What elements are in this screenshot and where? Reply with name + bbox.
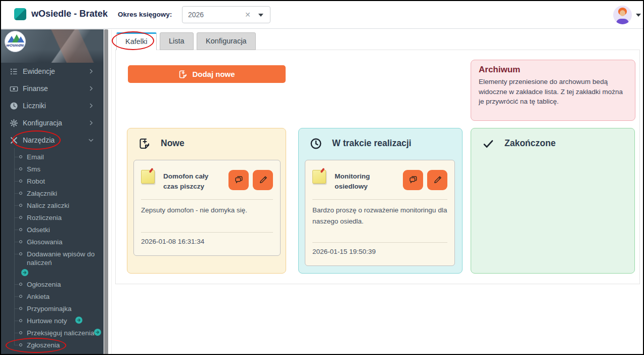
user-avatar[interactable] <box>613 6 632 24</box>
sidebar-item-ewidencje[interactable]: Ewidencje <box>1 63 104 80</box>
kanban-column-zakonczone: Zakończone <box>471 128 635 274</box>
card-title: Domofon cały czas piszczy <box>163 171 223 191</box>
tools-icon <box>10 136 18 145</box>
gear-icon <box>10 119 18 127</box>
edit-button[interactable] <box>427 170 447 190</box>
sidebar-subitem-ankieta[interactable]: Ankieta <box>1 291 104 303</box>
logo-text: wOsiedle <box>5 43 25 48</box>
kanban-column-w-trakcie: W trakcie realizacji Monitoring osiedlow… <box>298 128 463 274</box>
card-date: 2026-01-15 19:50:39 <box>312 248 447 255</box>
card-body: Zepsuty domofon - nie domyka się. <box>141 205 273 227</box>
bullet-icon <box>19 252 22 255</box>
tab-konfiguracja[interactable]: Konfiguracja <box>197 32 256 50</box>
sidebar-subitem-glosowania[interactable]: Głosowania <box>1 236 104 248</box>
sidebar-item-label: Finanse <box>23 84 48 93</box>
card-date: 2026-01-08 16:31:34 <box>141 238 273 245</box>
sidebar-item-liczniki[interactable]: Liczniki <box>1 98 104 115</box>
bullet-icon <box>19 216 22 219</box>
bullet-icon <box>19 204 22 207</box>
chevron-right-icon <box>87 102 95 109</box>
app-window: wOsiedle - Bratek Okres księgowy: 2026 ✕… <box>0 0 644 355</box>
sidebar-subitem-zalaczniki[interactable]: Załączniki <box>1 188 104 200</box>
sidebar-item-label: Narzędzia <box>23 136 55 144</box>
add-new-button[interactable]: Dodaj nowe <box>128 65 286 83</box>
tab-lista[interactable]: Lista <box>160 32 194 50</box>
note-add-icon <box>178 70 188 79</box>
logo-mountain-icon <box>17 36 24 42</box>
app-logo-icon <box>14 8 26 20</box>
sidebar-item-konfiguracja[interactable]: Konfiguracja <box>1 115 104 132</box>
sidebar-item-finanse[interactable]: Finanse <box>1 80 104 98</box>
card-header: Monitoring osiedlowy <box>312 170 447 194</box>
bullet-icon <box>19 192 22 195</box>
user-menu-caret-icon[interactable] <box>636 14 641 17</box>
clock-outline-icon <box>310 138 322 150</box>
add-new-label: Dodaj nowe <box>192 70 235 78</box>
bullet-icon <box>19 167 22 170</box>
kanban-card-monitoring[interactable]: Monitoring osiedlowy Bardzo proszę o roz… <box>305 160 455 266</box>
comments-icon <box>408 175 418 185</box>
sidebar-subitem-dodawanie-wpisow[interactable]: Dodawanie wpisów do naliczeń <box>1 248 104 268</box>
content-divider <box>111 30 112 354</box>
sidebar-subitem-robot[interactable]: Robot <box>1 175 104 188</box>
bullet-icon <box>19 331 22 334</box>
pin-icon <box>320 168 325 173</box>
sidebar-subitem-hurtowe-noty[interactable]: Hurtowe noty <box>1 315 104 327</box>
sidebar-subitem-nalicz-zaliczki[interactable]: Nalicz zaliczki <box>1 200 104 212</box>
bullet-icon <box>19 240 22 243</box>
sidebar-subitem-odsetki[interactable]: Odsetki <box>1 224 104 236</box>
check-icon <box>482 138 494 150</box>
tab-content-panel: Dodaj nowe Archiwum Elementy przeniesion… <box>115 50 640 284</box>
sidebar-item-narzedzia[interactable]: Narzędzia <box>1 132 104 149</box>
dropdown-caret-icon[interactable] <box>258 14 263 17</box>
sidebar-subitem-zgloszenia[interactable]: Zgłoszenia <box>1 339 104 351</box>
sidebar-subitem-sms[interactable]: Sms <box>1 163 104 175</box>
tab-bar: Kafelki Lista Konfiguracja <box>116 32 257 50</box>
sidebar-subitem-przypominajka[interactable]: Przypominajka <box>1 303 104 315</box>
money-icon <box>10 84 18 93</box>
pencil-icon <box>433 175 442 185</box>
sidebar: wOsiedle Ewidencje <box>1 29 104 355</box>
column-header: Nowe <box>127 128 286 158</box>
clear-icon[interactable]: ✕ <box>245 11 251 19</box>
chevron-right-icon <box>87 68 95 75</box>
sidebar-item-label: Ewidencje <box>23 67 55 75</box>
sticky-note-icon <box>141 170 155 184</box>
sidebar-menu: Ewidencje Finanse Liczni <box>1 63 104 149</box>
tab-kafelki[interactable]: Kafelki <box>116 32 157 50</box>
kanban-card-domofon[interactable]: Domofon cały czas piszczy Zepsuty domofo… <box>133 160 281 256</box>
sidebar-item-label: Konfiguracja <box>23 119 62 127</box>
comments-button[interactable] <box>403 170 423 190</box>
arrow-circle-icon <box>94 329 101 336</box>
sidebar-subitem-przeksieguj-naliczenia[interactable]: Przeksięguj naliczenia <box>1 327 104 339</box>
sidebar-submenu: Email Sms Robot Załączniki Nalicz zalicz… <box>1 151 104 351</box>
bullet-icon <box>19 228 22 231</box>
card-divider <box>312 242 447 243</box>
sidebar-subitem-ogloszenia[interactable]: Ogłoszenia <box>1 279 104 291</box>
chevron-down-icon <box>87 137 95 144</box>
pencil-icon <box>258 175 268 185</box>
edit-button[interactable] <box>253 170 273 190</box>
card-header: Domofon cały czas piszczy <box>141 170 273 194</box>
subitem-badge-row <box>1 268 104 279</box>
period-select[interactable]: 2026 ✕ <box>182 6 270 23</box>
sidebar-subitem-rozliczenia[interactable]: Rozliczenia <box>1 212 104 224</box>
kanban-column-nowe: Nowe Domofon cały czas piszczy <box>127 128 286 274</box>
bullet-icon <box>19 307 22 310</box>
sticky-note-icon <box>312 170 326 184</box>
card-body: Bardzo proszę o rozważenie monitoringu d… <box>312 205 447 237</box>
scrollbar-thumb[interactable] <box>104 29 108 355</box>
note-add-icon <box>139 138 151 150</box>
column-header: Zakończone <box>471 128 634 158</box>
card-divider <box>141 199 273 200</box>
topbar: wOsiedle - Bratek Okres księgowy: 2026 ✕ <box>1 1 643 29</box>
column-title: Zakończone <box>504 138 556 149</box>
chevron-right-icon <box>87 85 95 92</box>
archive-body: Elementy przeniesione do archowum bedą w… <box>479 77 627 107</box>
column-title: Nowe <box>161 138 185 149</box>
card-divider <box>141 232 273 233</box>
sidebar-scrollbar[interactable] <box>104 29 109 355</box>
sidebar-subitem-email[interactable]: Email <box>1 151 104 163</box>
comments-button[interactable] <box>228 170 249 190</box>
app-title: wOsiedle - Bratek <box>31 9 108 19</box>
